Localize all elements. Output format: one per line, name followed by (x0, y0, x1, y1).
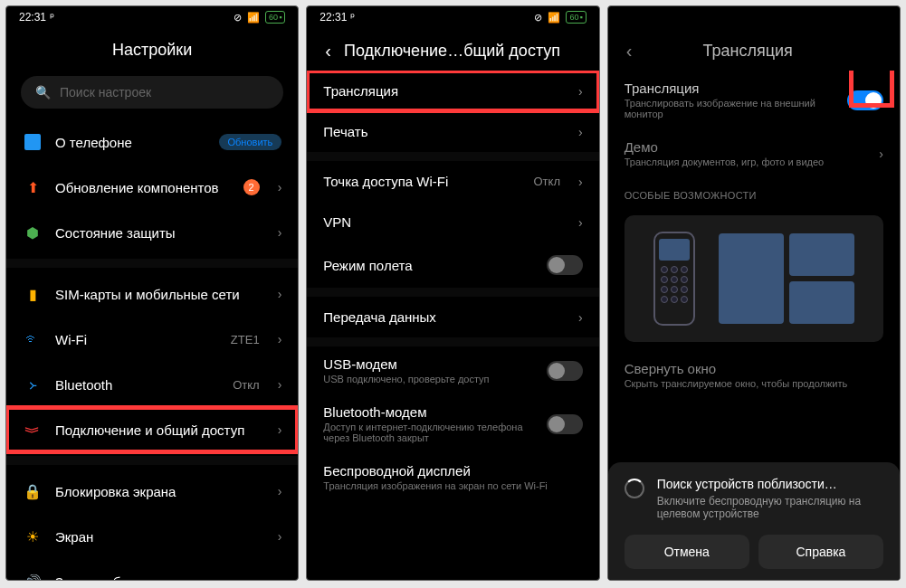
wifi-value: ZTE1 (231, 333, 260, 346)
header: ‹ Трансляция (608, 28, 900, 71)
spinner-icon (625, 479, 644, 498)
battery-icon: 60▪ (265, 11, 285, 24)
usb-modem-row[interactable]: USB-модем USB подключено, проверьте дост… (307, 346, 598, 394)
status-bar: 22:31 ᵖ ⊘ 📶 60▪ (6, 6, 298, 28)
update-pill[interactable]: Обновить (219, 134, 282, 150)
chevron-right-icon: › (578, 125, 583, 139)
dnd-icon: ⊘ (234, 12, 242, 24)
chevron-right-icon: › (578, 175, 583, 189)
back-button[interactable]: ‹ (325, 41, 331, 62)
airplane-row[interactable]: Режим полета (307, 242, 598, 288)
vpn-row[interactable]: VPN › (307, 202, 598, 242)
panel-settings: 22:31 ᵖ ⊘ 📶 60▪ Настройки 🔍 Поиск настро… (5, 5, 299, 581)
connection-sharing-row[interactable]: ⟫ Подключение и общий доступ › (6, 407, 298, 452)
wifi-icon: 📶 (548, 12, 560, 24)
arrow-up-icon: ⬆ (23, 177, 43, 197)
connection-list: Трансляция › Печать › Точка доступа Wi-F… (307, 71, 598, 580)
status-time: 22:31 (19, 11, 46, 24)
back-button[interactable]: ‹ (626, 41, 633, 62)
search-input[interactable]: 🔍 Поиск настроек (21, 76, 283, 109)
bluetooth-value: Откл (233, 378, 260, 392)
bluetooth-row[interactable]: ᚛ Bluetooth Откл › (6, 362, 298, 407)
chevron-right-icon: › (278, 287, 282, 301)
chevron-right-icon: › (278, 225, 282, 240)
lock-icon: 🔒 (23, 481, 43, 501)
cast-list: Трансляция Транслировать изображение на … (608, 71, 900, 462)
chevron-right-icon: › (278, 484, 282, 498)
cast-row[interactable]: Трансляция › (307, 71, 598, 111)
chevron-right-icon: › (578, 84, 583, 99)
dnd-icon: ⊘ (534, 12, 542, 24)
page-title: Подключение…бщий доступ (344, 42, 560, 61)
chevron-right-icon: › (278, 180, 282, 194)
print-row[interactable]: Печать › (307, 111, 598, 152)
airplane-toggle[interactable] (547, 255, 583, 275)
header: ‹ Подключение…бщий доступ (307, 28, 598, 71)
chevron-right-icon: › (278, 574, 282, 580)
cancel-button[interactable]: Отмена (625, 535, 749, 569)
about-phone-row[interactable]: О телефоне Обновить (6, 119, 298, 165)
phone-icon (24, 134, 41, 150)
display-row[interactable]: ☀ Экран › (6, 514, 298, 559)
chevron-right-icon: › (578, 215, 583, 230)
settings-list: О телефоне Обновить ⬆ Обновление компоне… (6, 116, 298, 580)
cast-preview (625, 215, 883, 342)
bluetooth-icon: ᚛ (23, 375, 43, 394)
section-label: ОСОБЫЕ ВОЗМОЖНОСТИ (608, 177, 900, 206)
notification-icon: ᵖ (50, 11, 54, 24)
wireless-display-row[interactable]: Беспроводной дисплей Трансляция изображе… (307, 453, 598, 493)
wifi-icon: 📶 (247, 12, 260, 24)
sound-row[interactable]: 🔊 Звук и вибрация › (6, 559, 298, 580)
volume-icon: 🔊 (23, 572, 43, 580)
bt-modem-row[interactable]: Bluetooth-модем Доступ к интернет-подклю… (307, 394, 598, 453)
page-title: Настройки (112, 41, 192, 60)
hotspot-row[interactable]: Точка доступа Wi-Fi Откл › (307, 161, 598, 202)
search-devices-sheet: Поиск устройств поблизости… Включите бес… (608, 462, 900, 580)
chevron-right-icon: › (278, 377, 282, 392)
cast-toggle[interactable] (847, 90, 883, 110)
shield-icon: ⬢ (23, 223, 43, 242)
remote-illustration (653, 232, 695, 326)
search-placeholder: Поиск настроек (60, 85, 151, 100)
chevron-right-icon: › (278, 332, 282, 346)
header: Настройки (6, 28, 298, 69)
notification-icon: ᵖ (350, 11, 355, 24)
chevron-right-icon: › (879, 147, 883, 161)
sheet-subtitle: Включите беспроводную трансляцию на целе… (657, 495, 883, 520)
panel-connection: 22:31 ᵖ ⊘ 📶 60▪ ‹ Подключение…бщий досту… (306, 5, 599, 581)
wifi-icon: ᯤ (23, 329, 43, 349)
security-row[interactable]: ⬢ Состояние защиты › (6, 210, 298, 255)
chevron-right-icon: › (278, 529, 282, 544)
hotspot-value: Откл (533, 175, 560, 188)
data-transfer-row[interactable]: Передача данных › (307, 297, 598, 337)
status-time: 22:31 (319, 11, 347, 24)
cast-toggle-row[interactable]: Трансляция Транслировать изображение на … (608, 71, 900, 129)
battery-icon: 60▪ (566, 11, 586, 24)
help-button[interactable]: Справка (758, 535, 883, 569)
share-icon: ⟫ (23, 420, 43, 440)
sim-icon: ▮ (23, 284, 43, 304)
chevron-right-icon: › (278, 422, 282, 437)
demo-row[interactable]: Демо Трансляция документов, игр, фото и … (608, 129, 900, 177)
component-update-row[interactable]: ⬆ Обновление компонентов 2 › (6, 165, 298, 210)
status-bar: 22:31 ᵖ ⊘ 📶 60▪ (307, 6, 598, 28)
sim-row[interactable]: ▮ SIM-карты и мобильные сети › (6, 271, 298, 317)
sun-icon: ☀ (23, 526, 43, 546)
collapse-window-row[interactable]: Свернуть окно Скрыть транслируемое окно,… (608, 351, 900, 399)
wifi-row[interactable]: ᯤ Wi-Fi ZTE1 › (6, 317, 298, 362)
status-bar (608, 6, 900, 28)
tiles-illustration (719, 233, 854, 324)
usb-toggle[interactable] (547, 361, 583, 381)
bt-modem-toggle[interactable] (547, 414, 583, 434)
update-count-badge: 2 (243, 179, 260, 195)
search-icon: 🔍 (35, 85, 51, 100)
chevron-right-icon: › (578, 310, 583, 325)
sheet-title: Поиск устройств поблизости… (657, 477, 883, 491)
page-title: Трансляция (644, 42, 851, 61)
panel-cast: ‹ Трансляция Трансляция Транслировать из… (607, 5, 901, 581)
lockscreen-row[interactable]: 🔒 Блокировка экрана › (6, 469, 298, 514)
